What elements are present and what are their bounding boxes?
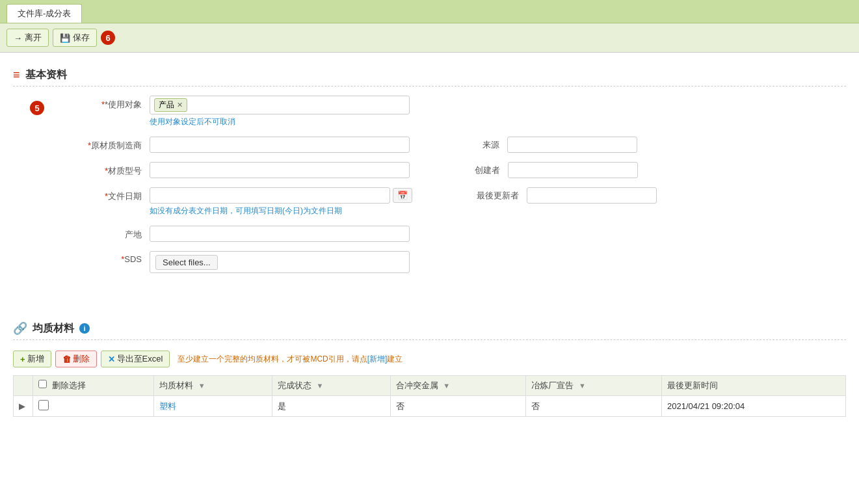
last-updater-label: 最後更新者 — [475, 190, 527, 202]
export-button[interactable]: ✕ 导出至Excel — [101, 351, 170, 367]
manufacturer-field: 广西博杰电子有限公司 — [150, 137, 423, 153]
sds-row: *SDS Select files... — [59, 251, 846, 273]
table-hint: 至少建立一个完整的均质材料，才可被MCD引用，请点[新增]建立 — [178, 354, 403, 365]
save-button[interactable]: 💾 保存 — [53, 29, 97, 47]
table-row: ▶ 塑料 是 否 否 2021/04/21 09:20:04 — [14, 396, 846, 417]
basic-section-header: ≡ 基本资料 — [13, 68, 846, 86]
delete-button[interactable]: 🗑 删除 — [55, 351, 97, 367]
tab-file-composition[interactable]: 文件库-成分表 — [7, 4, 82, 23]
add-icon: + — [20, 354, 25, 364]
sds-upload-area[interactable]: Select files... — [150, 251, 410, 273]
manufacturer-label: *原材质制造商 — [59, 137, 150, 152]
th-status: 完成状态 ▼ — [272, 376, 390, 396]
row-last-updated: 2021/04/21 09:20:04 — [661, 396, 845, 417]
save-icon: 💾 — [60, 33, 70, 43]
usage-tag-close[interactable]: ✕ — [177, 101, 183, 109]
toolbar: → 离开 💾 保存 6 — [0, 23, 859, 53]
row-expand[interactable]: ▶ — [14, 396, 33, 417]
material-type-row: *材质型号 塑料外皮-PX 创建者 — [59, 162, 846, 178]
homogeneous-title: 均质材料 — [33, 322, 74, 336]
row-conflict: 否 — [390, 396, 526, 417]
tab-bar: 文件库-成分表 — [0, 0, 859, 23]
step-5-badge: 5 — [30, 101, 44, 115]
table-toolbar: + 新增 🗑 删除 ✕ 导出至Excel 至少建立一个完整的均质材料，才可被MC… — [13, 347, 846, 371]
row-delete-checkbox[interactable] — [38, 400, 49, 410]
source-label: 来源 — [475, 139, 507, 151]
file-date-row: *文件日期 📅 如没有成分表文件日期，可用填写日期(今日)为文件日期 最後更新者 — [59, 187, 846, 217]
date-input-wrap: 📅 — [150, 187, 423, 204]
origin-field: 广西 — [150, 226, 423, 242]
homogeneous-section-header: 🔗 均质材料 i — [13, 321, 846, 340]
origin-input[interactable]: 广西 — [150, 226, 410, 242]
main-content: ≡ 基本资料 5 **使用对象 产品 ✕ — [0, 53, 859, 504]
usage-hint: 使用对象设定后不可取消 — [150, 116, 423, 127]
manufacturer-row: *原材质制造商 广西博杰电子有限公司 来源 — [59, 137, 846, 153]
basic-info-section: ≡ 基本资料 5 **使用对象 产品 ✕ — [13, 63, 846, 302]
sds-field: Select files... — [150, 251, 423, 273]
row-material: 塑料 — [154, 396, 272, 417]
select-files-button[interactable]: Select files... — [155, 255, 218, 270]
material-type-input[interactable]: 塑料外皮-PX — [150, 162, 410, 178]
usage-tag: 产品 ✕ — [154, 98, 187, 112]
creator-label: 创建者 — [475, 165, 508, 176]
usage-row: **使用对象 产品 ✕ 使用对象设定后不可取消 — [59, 96, 846, 127]
th-conflict: 合冲突金属 ▼ — [390, 376, 526, 396]
material-type-label: *材质型号 — [59, 162, 150, 177]
date-picker-button[interactable]: 📅 — [393, 188, 412, 203]
th-factory: 冶炼厂宣告 ▼ — [526, 376, 662, 396]
material-link[interactable]: 塑料 — [159, 401, 176, 411]
material-filter-icon[interactable]: ▼ — [198, 382, 205, 390]
toolbar-badge: 6 — [101, 31, 115, 45]
source-input[interactable] — [507, 137, 637, 153]
homogeneous-icon: 🔗 — [13, 321, 27, 336]
row-status: 是 — [272, 396, 390, 417]
th-expand — [14, 376, 33, 396]
add-button[interactable]: + 新增 — [13, 351, 51, 367]
info-icon[interactable]: i — [79, 323, 90, 334]
delete-icon: 🗑 — [62, 354, 71, 364]
origin-row: 产地 广西 — [59, 226, 846, 242]
th-material: 均质材料 ▼ — [154, 376, 272, 396]
creator-input[interactable] — [508, 162, 638, 178]
last-updater-input[interactable] — [527, 187, 657, 204]
hint-new-link[interactable]: [新增] — [367, 354, 388, 364]
factory-filter-icon[interactable]: ▼ — [579, 382, 586, 390]
usage-tag-input[interactable]: 产品 ✕ — [150, 96, 410, 114]
row-factory-warning: 否 — [526, 396, 662, 417]
material-type-field: 塑料外皮-PX — [150, 162, 423, 178]
leave-icon: → — [14, 33, 22, 43]
file-date-label: *文件日期 — [59, 187, 150, 202]
usage-field: 产品 ✕ 使用对象设定后不可取消 — [150, 96, 423, 127]
th-last-updated: 最後更新时间 — [661, 376, 845, 396]
expand-arrow-icon[interactable]: ▶ — [19, 401, 25, 411]
conflict-filter-icon[interactable]: ▼ — [443, 382, 450, 390]
homogeneous-table: 删除选择 均质材料 ▼ 完成状态 ▼ 合冲突金属 ▼ 冶 — [13, 375, 846, 417]
manufacturer-input[interactable]: 广西博杰电子有限公司 — [150, 137, 410, 153]
select-all-checkbox[interactable] — [38, 380, 47, 388]
origin-label: 产地 — [59, 226, 150, 241]
th-delete-select: 删除选择 — [33, 376, 154, 396]
file-date-hint: 如没有成分表文件日期，可用填写日期(今日)为文件日期 — [150, 206, 423, 217]
usage-label: **使用对象 — [59, 96, 150, 111]
homogeneous-section: 🔗 均质材料 i + 新增 🗑 删除 ✕ 导出至Excel 至少建立一个完整的均… — [13, 321, 846, 417]
row-checkbox-cell — [33, 396, 154, 417]
status-filter-icon[interactable]: ▼ — [316, 382, 323, 390]
table-head: 删除选择 均质材料 ▼ 完成状态 ▼ 合冲突金属 ▼ 冶 — [14, 376, 846, 396]
basic-section-icon: ≡ — [13, 68, 20, 82]
leave-button[interactable]: → 离开 — [7, 29, 49, 47]
file-date-input[interactable] — [150, 187, 390, 204]
sds-label: *SDS — [59, 251, 150, 264]
file-date-field: 📅 如没有成分表文件日期，可用填写日期(今日)为文件日期 — [150, 187, 423, 217]
basic-section-title: 基本资料 — [25, 68, 67, 82]
table-body: ▶ 塑料 是 否 否 2021/04/21 09:20:04 — [14, 396, 846, 417]
export-icon: ✕ — [108, 354, 115, 364]
